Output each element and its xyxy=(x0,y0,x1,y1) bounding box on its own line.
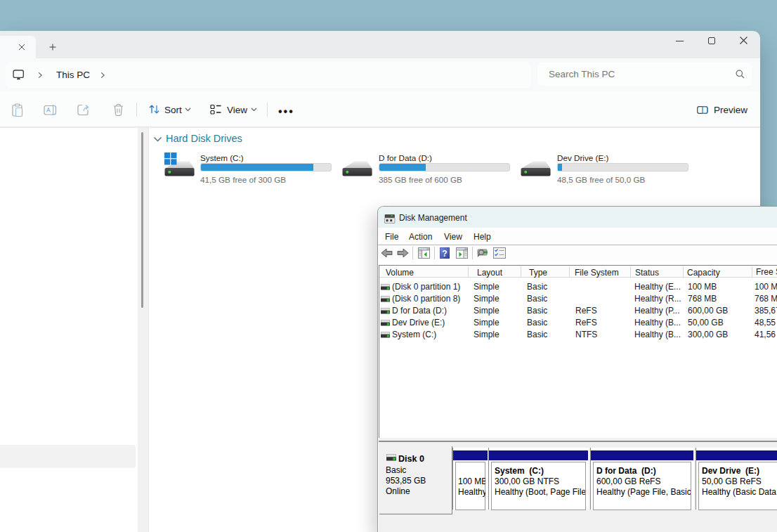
svg-text:?: ? xyxy=(442,249,447,259)
